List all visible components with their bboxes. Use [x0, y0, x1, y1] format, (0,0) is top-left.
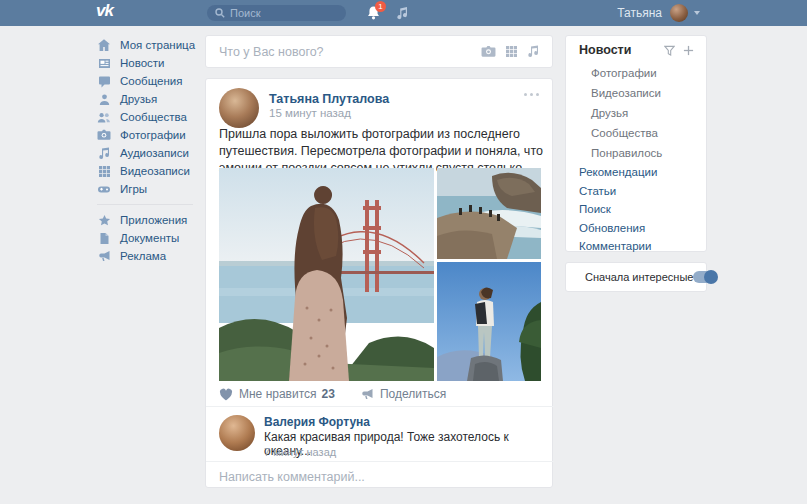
sidebar-item-games[interactable]: Игры [97, 180, 202, 198]
share-button[interactable]: Поделиться [361, 387, 446, 401]
vk-logo[interactable]: vk [96, 1, 113, 21]
sidebar-item-videos[interactable]: Видеозаписи [97, 162, 202, 180]
news-filter-communities[interactable]: Сообщества [566, 123, 706, 143]
star-icon [97, 213, 111, 227]
user-menu[interactable]: Татьяна [617, 0, 700, 26]
music-note-icon [97, 146, 111, 160]
messages-icon [97, 74, 111, 88]
interesting-first-label: Сначала интересные [585, 271, 693, 283]
music-icon [396, 6, 409, 20]
search-input[interactable] [230, 7, 330, 19]
vk-app: vk 1 Татьяна Моя страница Новости [0, 0, 807, 504]
camera-icon[interactable] [481, 45, 496, 58]
camera-icon [97, 128, 111, 142]
search-icon [215, 8, 225, 18]
news-section-articles[interactable]: Статьи [566, 182, 706, 201]
interesting-first-card: Сначала интересные [565, 262, 707, 292]
news-filter-videos[interactable]: Видеозаписи [566, 83, 706, 103]
news-title[interactable]: Новости [579, 43, 656, 57]
document-icon [97, 231, 111, 245]
divider [206, 461, 554, 462]
post-photo-grid [219, 168, 541, 381]
sidebar-item-communities[interactable]: Сообщества [97, 108, 202, 126]
top-bar: vk 1 Татьяна [0, 0, 807, 26]
news-section-updates[interactable]: Обновления [566, 219, 706, 238]
sidebar-item-documents[interactable]: Документы [97, 229, 202, 247]
comment-author-avatar[interactable] [219, 415, 255, 451]
friends-icon [97, 92, 111, 106]
divider [206, 406, 554, 407]
post-composer[interactable]: Что у Вас нового? [205, 35, 553, 68]
sidebar-item-messages[interactable]: Сообщения [97, 72, 202, 90]
sidebar-item-friends[interactable]: Друзья [97, 90, 202, 108]
video-grid-icon[interactable] [505, 45, 518, 58]
sidebar-item-audio[interactable]: Аудиозаписи [97, 144, 202, 162]
notifications-button[interactable]: 1 [366, 5, 381, 25]
avatar [670, 4, 688, 22]
comment-author-name[interactable]: Валерия Фортуна [264, 415, 370, 429]
comment-timestamp: 7 минут назад [264, 446, 336, 458]
menu-divider [97, 204, 193, 205]
post-author-name[interactable]: Татьяна Плуталова [269, 92, 389, 106]
post-author-avatar[interactable] [219, 88, 259, 128]
interesting-first-toggle[interactable] [693, 271, 717, 283]
like-button[interactable]: Мне нравится 23 [219, 387, 335, 401]
composer-placeholder[interactable]: Что у Вас нового? [219, 45, 481, 59]
like-label: Мне нравится [239, 387, 317, 401]
like-count: 23 [322, 387, 335, 401]
news-section-comments[interactable]: Комментарии [566, 237, 706, 256]
news-filter-friends[interactable]: Друзья [566, 103, 706, 123]
music-button[interactable] [396, 6, 409, 24]
news-panel-header: Новости [566, 43, 706, 63]
post-photo-bridge[interactable] [219, 168, 434, 381]
news-section-search[interactable]: Поиск [566, 200, 706, 219]
filter-icon[interactable] [664, 45, 675, 56]
post-actions: Мне нравится 23 Поделиться [219, 387, 446, 401]
user-name: Татьяна [617, 6, 662, 20]
music-note-icon[interactable] [527, 45, 539, 58]
video-grid-icon [97, 164, 111, 178]
sidebar-item-apps[interactable]: Приложения [97, 211, 202, 229]
post-photo-coast[interactable] [437, 168, 541, 259]
share-label: Поделиться [380, 387, 446, 401]
post-photo-backpack[interactable] [437, 262, 541, 381]
post-timestamp: 15 минут назад [269, 107, 351, 119]
sidebar-item-ads[interactable]: Реклама [97, 247, 202, 265]
groups-icon [97, 110, 111, 124]
composer-attachments [481, 45, 539, 58]
sidebar-item-news[interactable]: Новости [97, 54, 202, 72]
chevron-down-icon [694, 11, 700, 15]
plus-icon[interactable] [683, 45, 694, 56]
sidebar-item-photos[interactable]: Фотографии [97, 126, 202, 144]
post-options-icon[interactable] [524, 93, 539, 96]
news-filter-photos[interactable]: Фотографии [566, 63, 706, 83]
notification-badge: 1 [375, 1, 386, 12]
news-icon [97, 56, 111, 70]
home-icon [97, 38, 111, 52]
news-filter-liked[interactable]: Понравилось [566, 143, 706, 163]
megaphone-icon [97, 249, 111, 263]
share-megaphone-icon [361, 388, 374, 400]
heart-icon [219, 388, 233, 401]
news-panel: Новости Фотографии Видеозаписи Друзья Со… [565, 35, 707, 252]
gamepad-icon [97, 182, 111, 196]
search-box[interactable] [207, 5, 346, 21]
feed-post: Татьяна Плуталова 15 минут назад Пришла … [205, 78, 553, 488]
news-section-recommendations[interactable]: Рекомендации [566, 163, 706, 182]
comment-input[interactable]: Написать комментарий... [219, 470, 365, 484]
sidebar-item-my-page[interactable]: Моя страница [97, 36, 202, 54]
left-sidebar: Моя страница Новости Сообщения Друзья Со… [97, 36, 202, 265]
